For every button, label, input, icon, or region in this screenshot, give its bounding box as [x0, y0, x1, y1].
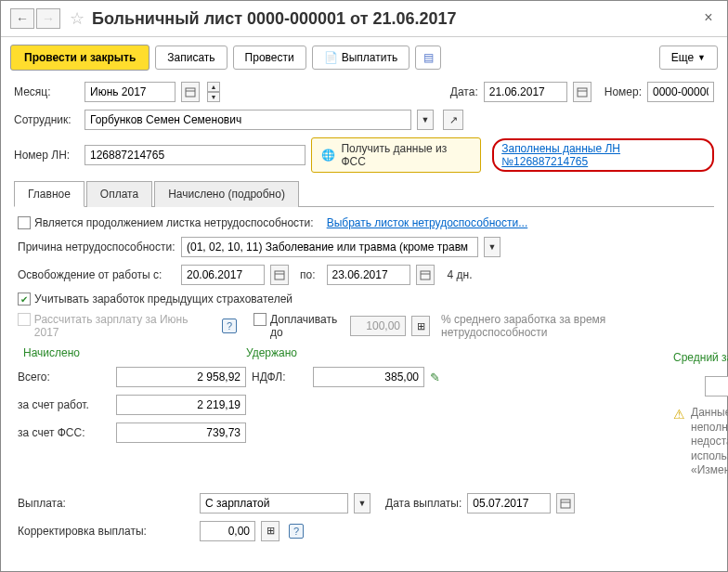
globe-icon: 🌐 [321, 149, 335, 162]
month-label: Месяц: [14, 85, 79, 98]
correction-calc-button[interactable]: ⊞ [261, 521, 280, 541]
select-sheet-link[interactable]: Выбрать листок нетрудоспособности... [327, 216, 528, 229]
tab-main[interactable]: Главное [14, 181, 84, 207]
reason-input[interactable] [181, 237, 478, 257]
money-icon: 📄 [324, 51, 338, 64]
calendar-icon [185, 86, 196, 98]
forward-button[interactable]: → [36, 8, 60, 29]
percent-input [350, 316, 406, 336]
number-label: Номер: [604, 85, 642, 98]
payout-input[interactable] [200, 493, 348, 514]
tab-payment[interactable]: Оплата [86, 181, 152, 207]
employee-dropdown[interactable]: ▼ [417, 110, 434, 130]
date-input[interactable] [484, 82, 567, 102]
svg-rect-2 [578, 88, 587, 97]
window-title: Больничный лист 0000-000001 от 21.06.201… [92, 9, 699, 29]
submit-close-button[interactable]: Провести и закрыть [10, 45, 150, 71]
date-calendar-button[interactable] [573, 82, 592, 102]
payout-dropdown[interactable]: ▼ [354, 493, 370, 514]
number-input[interactable] [647, 82, 714, 102]
fss-button[interactable]: 🌐 Получить данные из ФСС [311, 137, 481, 173]
payout-date-cal[interactable] [556, 493, 575, 514]
date-to-cal[interactable] [416, 265, 435, 285]
employee-label: Сотрудник: [14, 113, 79, 126]
help-correction[interactable]: ? [289, 524, 304, 539]
ln-data-link[interactable]: Заполнены данные ЛН №126887214765 [492, 138, 714, 172]
date-from-input[interactable] [181, 265, 265, 285]
calendar-icon [420, 269, 431, 280]
prev-earnings-label: Учитывать заработок предыдущих страховат… [34, 292, 292, 306]
ln-input[interactable] [84, 145, 306, 165]
svg-rect-0 [186, 88, 195, 97]
back-button[interactable]: ← [10, 8, 34, 29]
fss-input[interactable] [116, 422, 246, 443]
help-calc[interactable]: ? [222, 318, 237, 333]
ndfl-label: НДФЛ: [252, 370, 307, 384]
ndfl-edit-icon[interactable]: ✎ [430, 370, 447, 384]
tab-details[interactable]: Начислено (подробно) [154, 181, 299, 207]
avg-input[interactable] [705, 376, 728, 396]
star-icon[interactable]: ☆ [70, 8, 84, 29]
percent-calc-button[interactable]: ⊞ [411, 316, 430, 336]
withheld-head: Удержано [246, 346, 297, 359]
more-button[interactable]: Еще ▼ [659, 46, 718, 70]
month-down[interactable]: ▼ [207, 92, 220, 102]
extra-pay-label: Доплачивать до [270, 313, 344, 339]
warning-icon: ⚠ [673, 406, 685, 478]
calc-salary-label: Рассчитать зарплату за Июнь 2017 [34, 313, 213, 339]
days-text: 4 дн. [448, 268, 473, 281]
payout-label: Выплата: [18, 497, 194, 510]
fss-label: за счет ФСС: [18, 426, 110, 439]
month-up[interactable]: ▲ [207, 82, 220, 92]
correction-input[interactable] [200, 521, 255, 541]
svg-rect-4 [275, 271, 284, 280]
save-button[interactable]: Записать [155, 46, 227, 70]
warning-text: Данные о заработке неполные. Для ввода н… [691, 406, 728, 478]
continuation-checkbox[interactable] [18, 216, 31, 229]
calendar-icon [274, 269, 285, 280]
employee-input[interactable] [84, 110, 411, 130]
chevron-down-icon: ▼ [697, 53, 706, 62]
reason-label: Причина нетрудоспособности: [18, 240, 176, 254]
date-label: Дата: [450, 85, 478, 98]
svg-rect-8 [561, 500, 570, 508]
absence-label: Освобождение от работы с: [18, 268, 176, 281]
extra-pay-checkbox[interactable] [254, 313, 266, 326]
payout-date-label: Дата выплаты: [385, 497, 462, 510]
prev-earnings-checkbox[interactable] [18, 292, 31, 306]
calendar-icon [577, 86, 588, 98]
ndfl-input[interactable] [313, 367, 424, 387]
report-button[interactable]: ▤ [415, 46, 441, 70]
avg-head: Средний заработок [673, 351, 728, 364]
date-to-input[interactable] [327, 265, 410, 285]
calc-salary-checkbox [18, 313, 31, 326]
to-label: по: [300, 268, 316, 281]
percent-text: % среднего заработка за время нетрудоспо… [441, 313, 627, 339]
process-button[interactable]: Провести [233, 46, 306, 70]
month-calendar-button[interactable] [181, 82, 200, 102]
total-input[interactable] [116, 367, 246, 387]
pay-button[interactable]: 📄 Выплатить [312, 46, 410, 70]
employer-label: за счет работ. [18, 398, 110, 411]
list-icon: ▤ [423, 51, 434, 64]
employee-open-button[interactable]: ↗ [443, 110, 463, 130]
correction-label: Корректировка выплаты: [18, 525, 194, 538]
svg-rect-6 [421, 271, 430, 280]
payout-date-input[interactable] [467, 493, 551, 514]
accrued-head: Начислено [18, 346, 246, 359]
month-input[interactable] [84, 82, 176, 102]
calendar-icon [560, 498, 571, 509]
employer-input[interactable] [116, 395, 246, 415]
continuation-label: Является продолжением листка нетрудоспос… [34, 216, 314, 229]
total-label: Всего: [18, 370, 110, 384]
date-from-cal[interactable] [270, 265, 289, 285]
close-icon[interactable]: × [699, 9, 718, 28]
reason-dropdown[interactable]: ▼ [484, 237, 500, 257]
ln-label: Номер ЛН: [14, 149, 79, 162]
